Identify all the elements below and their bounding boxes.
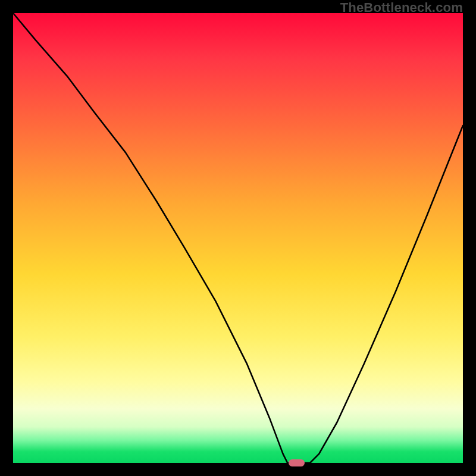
optimal-marker xyxy=(289,459,304,466)
bottleneck-curve xyxy=(13,13,463,463)
watermark-text: TheBottleneck.com xyxy=(340,0,463,15)
chart-frame: TheBottleneck.com xyxy=(0,0,476,476)
curve-path xyxy=(13,13,463,463)
